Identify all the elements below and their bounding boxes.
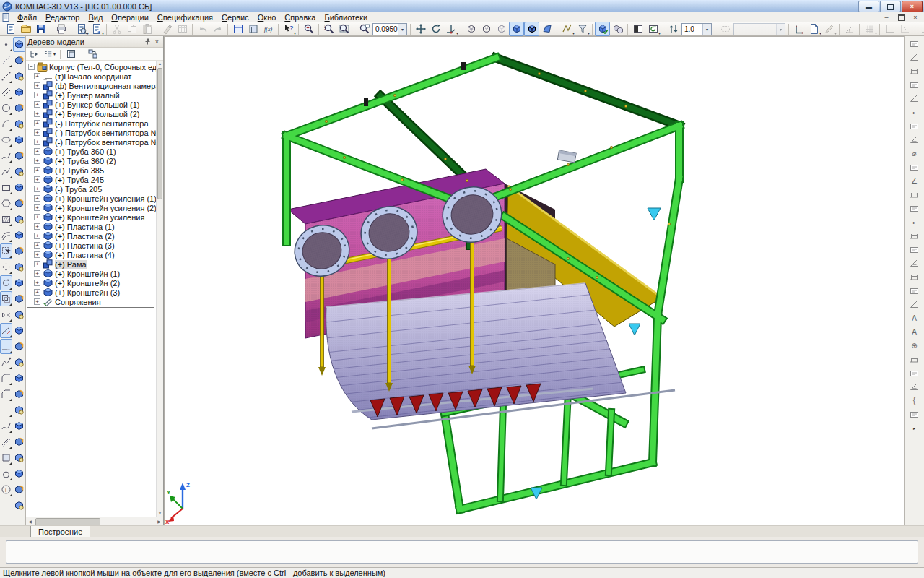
angle-plane-operation-button[interactable] (13, 339, 25, 354)
tree-item[interactable]: +(-) Патрубок вентилятора (26, 118, 157, 128)
cut-by-surface-operation-button[interactable] (13, 148, 25, 163)
scrollbar-thumb[interactable] (157, 68, 162, 199)
tree-expand-toggle[interactable]: + (34, 73, 40, 79)
tree-item[interactable]: +(+) Бункер малый (26, 90, 157, 100)
polygon-tool-button[interactable] (0, 196, 12, 211)
text-annotation-button[interactable]: A (906, 311, 923, 324)
tree-item[interactable]: +(+) Труба 385 (26, 165, 157, 175)
area-tool-button[interactable] (0, 450, 12, 465)
tree-structure-button[interactable] (27, 48, 41, 60)
tree-expand-toggle[interactable]: + (34, 233, 40, 239)
shaded-mode-button[interactable] (509, 22, 524, 36)
paste-button[interactable] (139, 22, 154, 36)
scale-body-operation-button[interactable] (13, 466, 25, 481)
radial-dimension-button[interactable] (906, 160, 923, 173)
equidistant-tool-button[interactable] (0, 228, 12, 243)
tree-expand-toggle[interactable]: + (34, 280, 40, 286)
document-manager-button[interactable] (245, 22, 261, 36)
extrude-operation-button[interactable] (13, 53, 25, 68)
report-table-button[interactable] (906, 51, 923, 64)
auto-axis-button[interactable] (906, 353, 923, 366)
pan-button[interactable] (413, 22, 428, 36)
offset-plane-operation-button[interactable] (13, 323, 25, 338)
tree-expand-toggle[interactable]: + (34, 186, 40, 192)
menu-item-operations[interactable]: Операции (107, 13, 152, 22)
3d-viewport[interactable]: X Y Z (164, 36, 904, 525)
tree-root-item[interactable]: −Корпус (Тел-0, Сборочных единиц-8, Дета… (26, 62, 157, 72)
tree-item[interactable]: +(+) Кронштейн (2) (26, 278, 157, 288)
zoom-window-button[interactable] (321, 22, 336, 36)
grid-button[interactable]: ▾ (862, 22, 877, 36)
tab-construction[interactable]: Построение (30, 526, 90, 538)
state-combo[interactable]: ▾ (733, 23, 785, 35)
tree-item[interactable]: +(-) Патрубок вентилятора № 2,5 (1) (26, 128, 157, 137)
window-close-button[interactable]: × (902, 1, 923, 12)
axis-line-tool-button[interactable] (0, 402, 12, 418)
tree-item[interactable]: +(-) Патрубок вентилятора № 2,5 (2) (26, 137, 157, 147)
chevron-down-icon[interactable]: ▾ (702, 24, 711, 35)
menu-item-help[interactable]: Справка (280, 13, 320, 22)
rounding-button[interactable] (918, 22, 924, 36)
chamfer-operation-button[interactable] (13, 180, 25, 195)
additional-window-button[interactable] (64, 48, 78, 60)
flyout-views-button[interactable]: ▸ (906, 105, 923, 118)
step-combo[interactable]: 1.0▾ (681, 23, 712, 35)
circular-pattern-operation-button[interactable] (13, 275, 25, 290)
print-preview-button[interactable]: ▾ (74, 22, 89, 36)
rib-operation-button[interactable] (13, 212, 25, 227)
surface-patch-operation-button[interactable] (13, 402, 25, 418)
quick-lines-button[interactable]: ▾ (559, 22, 575, 36)
tree-expand-toggle[interactable]: + (34, 148, 40, 155)
object-properties-button[interactable] (175, 22, 190, 36)
view-split-button[interactable] (906, 64, 923, 77)
tree-item[interactable]: +(-) Труба 205 (26, 184, 157, 194)
open-document-button[interactable] (18, 22, 33, 36)
bw-window-button[interactable] (630, 22, 645, 36)
weld-mark-button[interactable] (906, 366, 923, 379)
pattern-by-curve-operation-button[interactable] (13, 307, 25, 322)
shaded-edges-mode-button[interactable] (524, 22, 539, 36)
assembly-table-button[interactable] (906, 37, 923, 50)
menu-item-edit[interactable]: Редактор (41, 13, 84, 22)
tree-item[interactable]: +(+) Труба 360 (2) (26, 156, 157, 165)
tree-expand-toggle[interactable]: + (34, 92, 40, 98)
tree-expand-toggle[interactable]: + (34, 242, 40, 249)
tree-expand-toggle[interactable]: + (34, 129, 40, 136)
form-tolerance-button[interactable] (906, 270, 923, 283)
local-section-button[interactable] (906, 78, 923, 91)
tree-expand-toggle[interactable]: + (34, 289, 40, 296)
menu-item-window[interactable]: Окно (253, 13, 281, 22)
property-bar-field[interactable] (6, 540, 918, 564)
spiral-operation-button[interactable] (13, 387, 25, 402)
linear-dimension-button[interactable] (906, 133, 923, 146)
rotate-tool-button[interactable] (0, 275, 12, 290)
flyout-annotations-button[interactable]: ▸ (906, 421, 923, 434)
window-minimize-button[interactable]: ▬ (858, 1, 879, 12)
leader-line-button[interactable] (906, 284, 923, 297)
child-restore-button[interactable] (895, 12, 907, 22)
shell-operation-button[interactable] (13, 228, 25, 243)
tree-item[interactable]: +(+) Бункер большой (1) (26, 100, 157, 109)
round-corner-tool-button[interactable] (0, 371, 12, 386)
continuous-input-tool-button[interactable] (0, 164, 12, 179)
model-3d[interactable]: X Y Z (164, 36, 904, 525)
menu-item-file[interactable]: Файл (13, 13, 41, 22)
center-mark-button[interactable]: ⊕ (906, 339, 923, 352)
redo-button[interactable] (210, 22, 225, 36)
scroll-left-icon[interactable]: ◀ (26, 518, 34, 525)
tree-item[interactable]: +(+) Пластина (3) (26, 241, 157, 250)
tree-collapse-toggle[interactable]: − (28, 64, 35, 70)
undo-button[interactable] (195, 22, 210, 36)
loft-operation-button[interactable] (13, 85, 25, 100)
flyout-dimensions-button[interactable]: ▸ (906, 215, 923, 228)
angle-snap-button[interactable] (842, 22, 857, 36)
tree-expand-toggle[interactable]: + (34, 261, 40, 267)
tree-expand-toggle[interactable]: + (34, 214, 40, 220)
collapse-brace-button[interactable]: { (906, 394, 923, 407)
child-close-button[interactable]: × (910, 12, 921, 22)
ortho-drawing-button[interactable] (882, 22, 897, 36)
context-help-button[interactable]: ?▾ (281, 22, 296, 36)
functions-button[interactable]: f(x) (261, 22, 276, 36)
local-cs-button[interactable] (791, 22, 806, 36)
tree-expand-toggle[interactable]: + (34, 298, 40, 305)
